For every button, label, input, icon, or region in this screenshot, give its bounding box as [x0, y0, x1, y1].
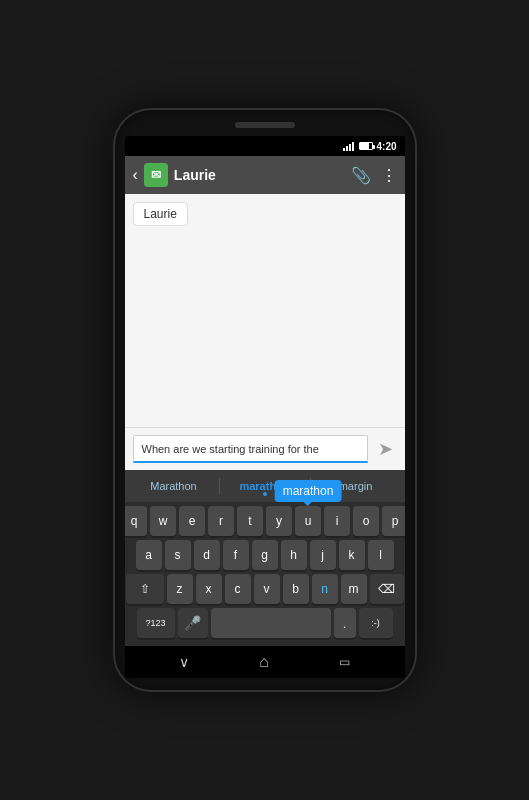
keyboard-row-4: ?123 🎤 . :-): [127, 608, 403, 638]
key-z[interactable]: z: [167, 574, 193, 604]
key-backspace[interactable]: ⌫: [370, 574, 404, 604]
key-d[interactable]: d: [194, 540, 220, 570]
nav-recent-button[interactable]: ▭: [339, 655, 350, 669]
key-o[interactable]: o: [353, 506, 379, 536]
suggestion-marathon-cap[interactable]: Marathon: [129, 476, 219, 496]
key-e[interactable]: e: [179, 506, 205, 536]
more-options-icon[interactable]: ⋮: [381, 166, 397, 185]
key-shift[interactable]: ⇧: [126, 574, 164, 604]
key-w[interactable]: w: [150, 506, 176, 536]
key-j[interactable]: j: [310, 540, 336, 570]
key-g[interactable]: g: [252, 540, 278, 570]
key-n[interactable]: n: [312, 574, 338, 604]
status-bar: 4:20: [125, 136, 405, 156]
status-time: 4:20: [376, 141, 396, 152]
key-numbers[interactable]: ?123: [137, 608, 175, 638]
key-mic[interactable]: 🎤: [178, 608, 208, 638]
keyboard-row-1: q w e r t y u marathon i o p: [127, 506, 403, 536]
key-k[interactable]: k: [339, 540, 365, 570]
phone-speaker: [235, 122, 295, 128]
battery-icon: [359, 142, 373, 150]
contact-name-title: Laurie: [174, 167, 345, 183]
key-v[interactable]: v: [254, 574, 280, 604]
phone-device: 4:20 ‹ ✉ Laurie 📎 ⋮ Laurie When are we s…: [115, 110, 415, 690]
signal-bar-1: [343, 148, 345, 151]
app-bar: ‹ ✉ Laurie 📎 ⋮: [125, 156, 405, 194]
battery-fill: [360, 143, 369, 149]
key-p[interactable]: p: [382, 506, 405, 536]
back-button[interactable]: ‹: [133, 166, 138, 184]
signal-strength-icon: [343, 141, 354, 151]
app-icon-inner: ✉: [151, 168, 161, 182]
contact-label: Laurie: [133, 202, 188, 226]
message-input[interactable]: When are we starting training for the: [133, 435, 368, 463]
key-x[interactable]: x: [196, 574, 222, 604]
signal-bar-2: [346, 146, 348, 151]
tooltip-text: marathon: [283, 484, 334, 498]
nav-bar: ∨ ⌂ ▭: [125, 646, 405, 678]
message-input-text: When are we starting training for the: [142, 443, 319, 455]
key-b[interactable]: b: [283, 574, 309, 604]
keyboard-row-3: ⇧ z x c v b n m ⌫: [127, 574, 403, 604]
signal-bar-4: [352, 142, 354, 151]
key-u[interactable]: u marathon: [295, 506, 321, 536]
app-bar-actions: 📎 ⋮: [351, 166, 397, 185]
status-icons: 4:20: [343, 141, 396, 152]
key-f[interactable]: f: [223, 540, 249, 570]
keyboard-row-2: a s d f g h j k l: [127, 540, 403, 570]
nav-home-button[interactable]: ⌂: [259, 653, 269, 671]
key-u-tooltip: marathon: [275, 480, 342, 502]
suggestions-bar: Marathon marathon margin: [125, 470, 405, 502]
key-space[interactable]: [211, 608, 331, 638]
key-m[interactable]: m: [341, 574, 367, 604]
key-l[interactable]: l: [368, 540, 394, 570]
key-emoji[interactable]: :-): [359, 608, 393, 638]
key-t[interactable]: t: [237, 506, 263, 536]
message-area: Laurie: [125, 194, 405, 427]
signal-bar-3: [349, 144, 351, 151]
key-q[interactable]: q: [125, 506, 148, 536]
nav-back-button[interactable]: ∨: [179, 654, 189, 670]
key-c[interactable]: c: [225, 574, 251, 604]
key-y[interactable]: y: [266, 506, 292, 536]
input-area: When are we starting training for the ➤: [125, 427, 405, 470]
attach-icon[interactable]: 📎: [351, 166, 371, 185]
phone-screen: 4:20 ‹ ✉ Laurie 📎 ⋮ Laurie When are we s…: [125, 136, 405, 678]
key-s[interactable]: s: [165, 540, 191, 570]
messaging-app-icon: ✉: [144, 163, 168, 187]
keyboard: q w e r t y u marathon i o p a s: [125, 502, 405, 646]
key-period[interactable]: .: [334, 608, 356, 638]
send-button[interactable]: ➤: [374, 434, 397, 464]
key-h[interactable]: h: [281, 540, 307, 570]
key-i[interactable]: i: [324, 506, 350, 536]
key-a[interactable]: a: [136, 540, 162, 570]
key-r[interactable]: r: [208, 506, 234, 536]
